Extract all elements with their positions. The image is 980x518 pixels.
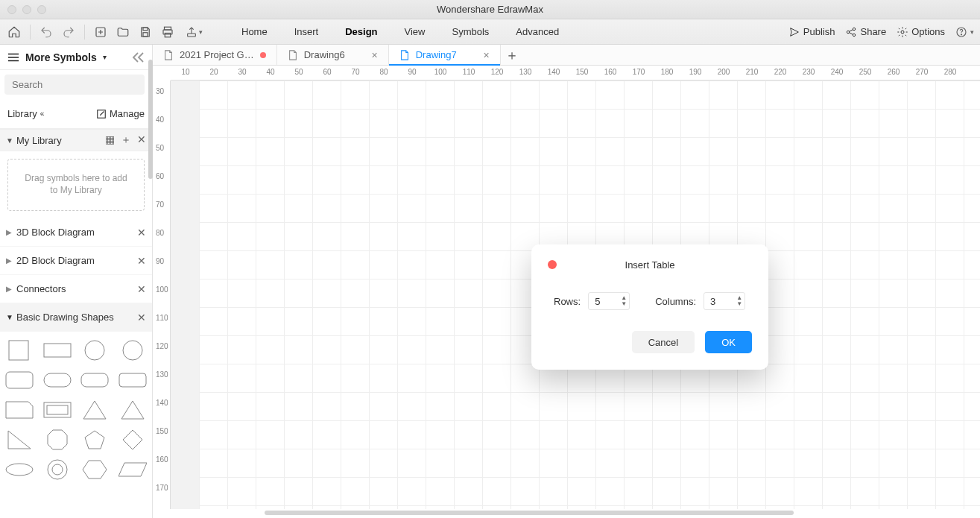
- close-icon[interactable]: ✕: [137, 133, 146, 147]
- menu-home[interactable]: Home: [241, 26, 268, 37]
- svg-rect-19: [44, 373, 71, 387]
- publish-button[interactable]: Publish: [788, 26, 835, 38]
- library-label: Library: [7, 108, 37, 119]
- shape-double-rect[interactable]: [42, 399, 73, 421]
- chevron-right-icon: ▶: [6, 228, 16, 236]
- shape-parallelogram[interactable]: [117, 458, 148, 481]
- shape-circle-2[interactable]: [117, 339, 148, 361]
- menu-advanced[interactable]: Advanced: [516, 26, 559, 37]
- close-icon[interactable]: ✕: [137, 255, 146, 267]
- share-label: Share: [860, 26, 886, 37]
- separator: [30, 25, 31, 40]
- shape-right-triangle[interactable]: [4, 429, 35, 451]
- manage-label: Manage: [110, 108, 145, 119]
- options-button[interactable]: Options: [897, 26, 945, 38]
- shape-rounded-rect-2[interactable]: [42, 369, 73, 391]
- shape-square[interactable]: [4, 339, 35, 361]
- category-label: 3D Block Diagram: [16, 227, 95, 238]
- app-title: Wondershare EdrawMax: [0, 4, 980, 15]
- menu-bar: Home Insert Design View Symbols Advanced: [241, 26, 559, 37]
- menu-design[interactable]: Design: [345, 26, 377, 37]
- shape-rectangle[interactable]: [42, 339, 73, 361]
- shape-circle[interactable]: [79, 339, 110, 361]
- chevron-right-icon: ▶: [6, 256, 16, 265]
- tab-2021-project[interactable]: 2021 Project G…: [153, 45, 277, 65]
- mylibrary-dropzone[interactable]: Drag symbols here to add to My Library: [7, 159, 145, 211]
- columns-stepper[interactable]: 3 ▲▼: [704, 292, 745, 310]
- category-3d-block[interactable]: ▶ 3D Block Diagram ✕: [0, 218, 152, 247]
- collapse-sidebar-icon[interactable]: [131, 51, 145, 64]
- tab-drawing7[interactable]: Drawing7 ×: [389, 45, 501, 65]
- svg-rect-15: [44, 344, 71, 357]
- shape-octagon[interactable]: [42, 429, 73, 451]
- shape-hexagon[interactable]: [79, 458, 110, 481]
- svg-point-24: [6, 464, 33, 476]
- sidebar-dropdown-icon[interactable]: ▾: [103, 53, 107, 61]
- tab-drawing6[interactable]: Drawing6 ×: [277, 45, 389, 65]
- new-icon[interactable]: [92, 24, 109, 40]
- redo-icon[interactable]: [60, 24, 77, 40]
- category-2d-block[interactable]: ▶ 2D Block Diagram ✕: [0, 247, 152, 275]
- search-input[interactable]: [4, 75, 145, 95]
- library-toggle[interactable]: Library «: [7, 108, 44, 119]
- category-connectors[interactable]: ▶ Connectors ✕: [0, 275, 152, 303]
- file-icon: [163, 50, 174, 60]
- library-row: Library « Manage: [0, 99, 152, 129]
- file-icon: [399, 50, 410, 60]
- close-tab-icon[interactable]: ×: [484, 49, 490, 61]
- shape-rounded-rect[interactable]: [4, 369, 35, 391]
- shape-triangle-2[interactable]: [117, 399, 148, 421]
- canvas-container: 1020304050607080901001101201301401501601…: [153, 66, 980, 518]
- close-icon[interactable]: ✕: [137, 227, 146, 239]
- close-tab-icon[interactable]: ×: [372, 49, 378, 61]
- shape-diamond[interactable]: [117, 429, 148, 451]
- menu-insert[interactable]: Insert: [294, 26, 319, 37]
- stepper-down-icon[interactable]: ▼: [621, 301, 627, 307]
- shape-card[interactable]: [4, 399, 35, 421]
- shape-rounded-rect-3[interactable]: [79, 369, 110, 391]
- open-icon[interactable]: [115, 24, 131, 40]
- home-icon[interactable]: [6, 24, 22, 40]
- menu-view[interactable]: View: [405, 26, 426, 37]
- new-tab-button[interactable]: ＋: [501, 45, 523, 65]
- add-icon[interactable]: ＋: [121, 133, 131, 147]
- save-icon[interactable]: [137, 24, 154, 40]
- workarea: 2021 Project G… Drawing6 × Drawing7 × ＋ …: [153, 45, 980, 518]
- category-label: Basic Drawing Shapes: [16, 312, 114, 323]
- category-basic-shapes[interactable]: ▼ Basic Drawing Shapes ✕: [0, 303, 152, 332]
- dialog-backdrop: Insert Table Rows: 5 ▲▼ Columns:: [153, 66, 980, 518]
- window-titlebar: Wondershare EdrawMax: [0, 0, 980, 19]
- shape-pentagon[interactable]: [79, 429, 110, 451]
- shape-donut[interactable]: [42, 458, 73, 481]
- file-icon: [288, 50, 298, 60]
- print-icon[interactable]: [159, 24, 176, 40]
- svg-rect-2: [143, 32, 148, 36]
- svg-point-17: [123, 341, 142, 360]
- shape-ellipse[interactable]: [4, 458, 35, 481]
- menu-symbols[interactable]: Symbols: [452, 26, 490, 37]
- manage-button[interactable]: Manage: [96, 108, 145, 119]
- ok-button[interactable]: OK: [705, 331, 752, 353]
- help-icon[interactable]: ▾: [955, 26, 974, 38]
- mylibrary-header[interactable]: ▼ My Library ▦ ＋ ✕: [0, 129, 152, 151]
- library-menu-icon[interactable]: [7, 52, 19, 63]
- columns-value: 3: [710, 296, 715, 307]
- svg-rect-20: [81, 373, 108, 387]
- export-icon[interactable]: ▾: [182, 24, 206, 40]
- rows-value: 5: [595, 296, 600, 307]
- shape-rounded-rect-4[interactable]: [117, 369, 148, 391]
- chevron-right-icon: ▶: [6, 285, 16, 293]
- undo-icon[interactable]: [38, 24, 54, 40]
- category-label: Connectors: [16, 283, 66, 294]
- share-button[interactable]: Share: [845, 26, 886, 38]
- category-label: 2D Block Diagram: [16, 255, 95, 266]
- rows-stepper[interactable]: 5 ▲▼: [588, 292, 630, 310]
- grid-view-icon[interactable]: ▦: [105, 133, 115, 147]
- mylibrary-label: My Library: [16, 135, 62, 146]
- close-icon[interactable]: ✕: [137, 312, 146, 323]
- cancel-button[interactable]: Cancel: [632, 331, 695, 353]
- svg-point-9: [853, 34, 856, 36]
- close-icon[interactable]: ✕: [137, 283, 146, 295]
- stepper-down-icon[interactable]: ▼: [736, 301, 742, 307]
- shape-triangle[interactable]: [79, 399, 110, 421]
